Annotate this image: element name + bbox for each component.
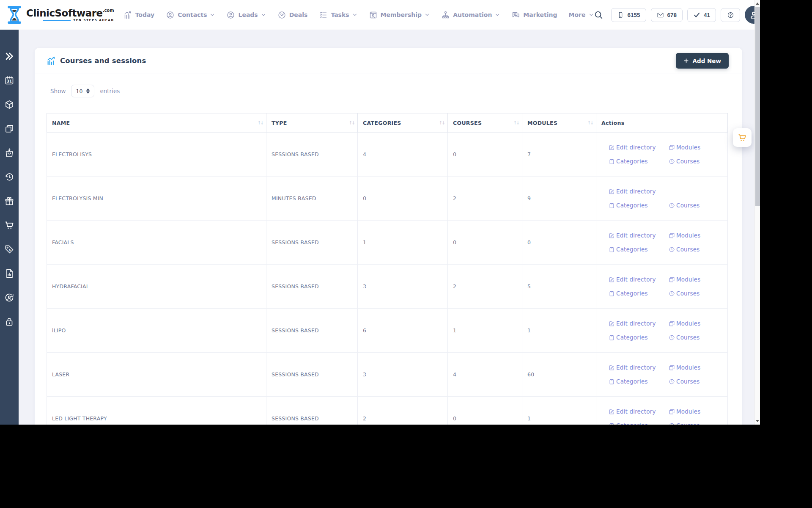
categories-icon bbox=[609, 246, 615, 253]
action-modules-link[interactable]: Modules bbox=[669, 232, 701, 239]
action-label: Courses bbox=[676, 422, 700, 425]
action-modules-link[interactable]: Modules bbox=[669, 144, 701, 151]
nav-item-deals[interactable]: Deals bbox=[277, 11, 308, 19]
action-label: Courses bbox=[676, 246, 700, 253]
scrollbar-up-arrow[interactable] bbox=[755, 0, 760, 7]
action-label: Categories bbox=[616, 158, 648, 165]
sidebar-item-shopping-bag[interactable] bbox=[0, 141, 19, 165]
action-modules-link[interactable]: Modules bbox=[669, 320, 701, 327]
action-modules-link[interactable]: Modules bbox=[669, 276, 701, 283]
action-courses-link[interactable]: Courses bbox=[669, 246, 701, 253]
courses-icon bbox=[669, 246, 675, 253]
action-categories-link[interactable]: Categories bbox=[609, 158, 669, 165]
courses-icon bbox=[669, 202, 675, 209]
nav-item-contacts[interactable]: Contacts bbox=[166, 11, 215, 19]
sidebar-item-copy[interactable] bbox=[0, 116, 19, 141]
nav-item-today[interactable]: Today bbox=[123, 11, 154, 19]
sidebar-item-gift[interactable] bbox=[0, 189, 19, 213]
action-courses-link[interactable]: Courses bbox=[669, 290, 701, 297]
action-edit-link[interactable]: Edit directory bbox=[609, 364, 669, 371]
nav-item-membership[interactable]: Membership bbox=[369, 11, 430, 19]
chart-bars-icon bbox=[123, 11, 132, 19]
action-courses-link[interactable]: Courses bbox=[669, 334, 701, 341]
cell-name: LASER bbox=[47, 353, 266, 397]
sidebar-item-report[interactable] bbox=[0, 261, 19, 285]
cart-icon bbox=[738, 133, 747, 142]
scrollbar-down-arrow[interactable] bbox=[755, 418, 760, 424]
column-header-modules[interactable]: MODULES↑↓ bbox=[522, 113, 596, 133]
action-edit-link[interactable]: Edit directory bbox=[609, 232, 669, 239]
nav-item-leads[interactable]: Leads bbox=[226, 11, 266, 19]
action-categories-link[interactable]: Categories bbox=[609, 422, 669, 425]
action-categories-link[interactable]: Categories bbox=[609, 246, 669, 253]
nav-item-marketing[interactable]: Marketing bbox=[511, 11, 557, 19]
clinicsoftware-logo[interactable]: ClinicSoftware .com TEN STEPS AHEAD bbox=[5, 5, 114, 25]
action-courses-link[interactable]: Courses bbox=[669, 158, 701, 165]
nav-item-automation[interactable]: Automation bbox=[441, 11, 500, 19]
modules-icon bbox=[669, 232, 675, 239]
action-categories-link[interactable]: Categories bbox=[609, 290, 669, 297]
sidebar-item-lock[interactable] bbox=[0, 309, 19, 334]
sidebar-item-cart[interactable] bbox=[0, 213, 19, 237]
add-new-label: Add New bbox=[693, 58, 721, 64]
action-courses-link[interactable]: Courses bbox=[669, 378, 701, 385]
nav-item-more[interactable]: More bbox=[569, 11, 594, 18]
action-modules-link[interactable]: Modules bbox=[669, 408, 701, 415]
action-edit-link[interactable]: Edit directory bbox=[609, 320, 669, 327]
column-header-actions: Actions bbox=[596, 113, 728, 133]
column-header-name[interactable]: NAME↑↓ bbox=[47, 113, 266, 133]
cell-courses: 0 bbox=[448, 397, 522, 425]
action-courses-link[interactable]: Courses bbox=[669, 422, 701, 425]
search-icon[interactable] bbox=[594, 10, 603, 19]
check-badge-button[interactable]: 41 bbox=[687, 8, 716, 22]
logo-tld-text: .com bbox=[103, 8, 114, 13]
action-label: Modules bbox=[676, 276, 701, 283]
action-edit-link[interactable]: Edit directory bbox=[609, 188, 669, 195]
column-label: TYPE bbox=[272, 120, 287, 126]
scrollbar-thumb[interactable] bbox=[755, 7, 760, 206]
sidebar-item-double-chevron-right[interactable] bbox=[0, 44, 19, 68]
cell-courses: 0 bbox=[448, 221, 522, 265]
action-label: Courses bbox=[676, 378, 700, 385]
action-modules-link[interactable]: Modules bbox=[669, 364, 701, 371]
cell-name: ELECTROLISYS bbox=[47, 133, 266, 177]
cell-name: iLIPO bbox=[47, 309, 266, 353]
cell-name: LED LIGHT THERAPY bbox=[47, 397, 266, 425]
top-navbar: ClinicSoftware .com TEN STEPS AHEAD Toda… bbox=[0, 0, 754, 30]
show-label: Show bbox=[50, 88, 66, 94]
column-header-categories[interactable]: CATEGORIES↑↓ bbox=[358, 113, 448, 133]
phone-badge-button[interactable]: 6155 bbox=[611, 8, 646, 22]
action-categories-link[interactable]: Categories bbox=[609, 334, 669, 341]
nav-item-tasks[interactable]: Tasks bbox=[319, 11, 357, 19]
cell-name: ELECTROLYSIS MIN bbox=[47, 177, 266, 221]
help-button[interactable] bbox=[721, 8, 740, 22]
add-new-button[interactable]: Add New bbox=[676, 53, 729, 69]
edit-icon bbox=[609, 364, 615, 371]
action-edit-link[interactable]: Edit directory bbox=[609, 144, 669, 151]
page-size-select[interactable]: 10 bbox=[71, 85, 94, 97]
sort-arrows-icon: ↑↓ bbox=[257, 120, 263, 125]
nav-item-label: Contacts bbox=[178, 11, 207, 18]
sidebar-item-cube[interactable] bbox=[0, 92, 19, 116]
sidebar-item-calendar[interactable]: 31 bbox=[0, 68, 19, 92]
action-edit-link[interactable]: Edit directory bbox=[609, 408, 669, 415]
table-row: LASERSESSIONS BASED3460Edit directoryMod… bbox=[47, 353, 728, 397]
sidebar-item-price-tag[interactable]: $ bbox=[0, 237, 19, 261]
action-label: Categories bbox=[616, 290, 648, 297]
envelope-badge-button[interactable]: 678 bbox=[651, 8, 683, 22]
action-categories-link[interactable]: Categories bbox=[609, 202, 669, 209]
nav-item-label: Membership bbox=[381, 11, 422, 18]
action-categories-link[interactable]: Categories bbox=[609, 378, 669, 385]
floating-cart-button[interactable] bbox=[733, 128, 752, 147]
entries-label: entries bbox=[100, 88, 120, 94]
hourglass-logo-icon bbox=[5, 5, 24, 25]
action-courses-link[interactable]: Courses bbox=[669, 202, 700, 209]
contacts-icon bbox=[166, 11, 175, 19]
nav-item-label: Automation bbox=[453, 11, 492, 18]
sidebar-item-history[interactable] bbox=[0, 165, 19, 189]
automation-icon bbox=[441, 11, 450, 19]
sidebar-item-client-rotation[interactable] bbox=[0, 285, 19, 309]
action-edit-link[interactable]: Edit directory bbox=[609, 276, 669, 283]
column-header-courses[interactable]: COURSES↑↓ bbox=[448, 113, 522, 133]
column-header-type[interactable]: TYPE↑↓ bbox=[266, 113, 358, 133]
